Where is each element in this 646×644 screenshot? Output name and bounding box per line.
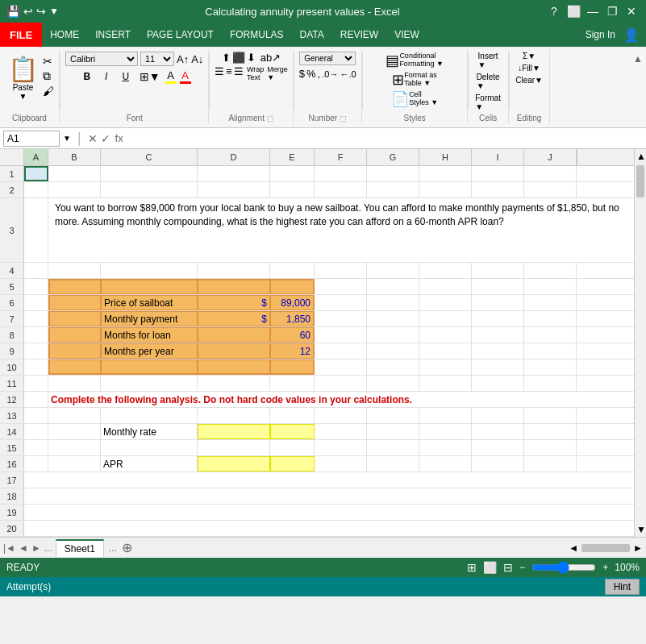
formulas-menu[interactable]: FORMULAS (222, 26, 292, 44)
cell-b10[interactable] (48, 359, 101, 375)
cell-b8[interactable] (48, 327, 101, 343)
cell-a4[interactable] (24, 263, 48, 278)
nav-next-arrow[interactable]: ► (31, 542, 41, 554)
file-menu[interactable]: FILE (0, 23, 42, 47)
cell-a14[interactable] (24, 424, 48, 439)
insert-function-icon[interactable]: fx (115, 132, 123, 144)
row-num-1[interactable]: 1 (0, 166, 24, 181)
cell-a6[interactable] (24, 295, 48, 310)
cell-c5[interactable] (101, 279, 198, 294)
col-header-d[interactable]: D (198, 149, 270, 165)
cell-f2[interactable] (315, 182, 367, 197)
cell-i1[interactable] (472, 166, 524, 181)
cell-instruction-12[interactable]: Complete the following analysis. Do not … (48, 392, 646, 407)
underline-button[interactable]: U (117, 69, 135, 85)
align-center-icon[interactable]: ≡ (226, 65, 232, 81)
cell-styles-button[interactable]: 📄 CellStyles ▼ (391, 90, 438, 108)
zoom-slider[interactable] (531, 561, 596, 574)
cancel-formula-icon[interactable]: ✕ (88, 132, 98, 145)
cell-h7[interactable] (419, 311, 472, 326)
cell-a12[interactable] (24, 392, 48, 407)
cell-c16[interactable]: APR (101, 456, 198, 472)
col-header-h[interactable]: H (419, 149, 472, 165)
cell-f6[interactable] (315, 295, 367, 310)
cell-h1[interactable] (419, 166, 472, 181)
cell-g9[interactable] (367, 343, 419, 359)
cell-d16[interactable] (198, 456, 270, 472)
col-header-e[interactable]: E (270, 149, 315, 165)
zoom-in-icon[interactable]: + (602, 562, 608, 573)
row-num-14[interactable]: 14 (0, 424, 24, 439)
cell-f16[interactable] (315, 456, 367, 472)
align-right-icon[interactable]: ☰ (234, 65, 244, 81)
cell-e4[interactable] (270, 263, 315, 278)
cell-a5[interactable] (24, 279, 48, 294)
cell-j1[interactable] (524, 166, 577, 181)
comma-icon[interactable]: , (318, 68, 321, 80)
col-header-j[interactable]: J (524, 149, 577, 165)
row-num-5[interactable]: 5 (0, 279, 24, 294)
cell-c6[interactable]: Price of sailboat (101, 295, 198, 310)
cell-d7[interactable]: $ (198, 311, 270, 326)
normal-view-icon[interactable]: ⊞ (467, 561, 477, 574)
cell-a16[interactable] (24, 456, 48, 472)
format-painter-icon[interactable]: 🖌 (43, 85, 54, 98)
cell-j16[interactable] (524, 456, 577, 472)
font-size-select[interactable]: 11 (140, 52, 174, 66)
cell-f7[interactable] (315, 311, 367, 326)
cell-j14[interactable] (524, 424, 577, 439)
row-num-16[interactable]: 16 (0, 456, 24, 472)
row-num-3[interactable]: 3 (0, 198, 24, 262)
col-header-i[interactable]: I (472, 149, 524, 165)
row-num-18[interactable]: 18 (0, 488, 24, 504)
cell-g16[interactable] (367, 456, 419, 472)
col-header-a[interactable]: A (24, 149, 48, 165)
cell-e2[interactable] (270, 182, 315, 197)
cell-g7[interactable] (367, 311, 419, 326)
cell-d6[interactable]: $ (198, 295, 270, 310)
insert-cells-button[interactable]: Insert▼ (478, 52, 498, 69)
angle-text-icon[interactable]: ab↗ (260, 52, 281, 64)
row-num-15[interactable]: 15 (0, 440, 24, 455)
cell-g14[interactable] (367, 424, 419, 439)
sheet-tab-ellipsis[interactable]: ... (107, 541, 119, 555)
cell-a9[interactable] (24, 343, 48, 359)
page-layout-menu[interactable]: PAGE LAYOUT (139, 26, 222, 44)
maximize-icon[interactable]: ❐ (604, 5, 620, 18)
row-num-8[interactable]: 8 (0, 327, 24, 343)
cell-e15[interactable] (270, 440, 315, 455)
align-middle-icon[interactable]: ⬛ (232, 52, 245, 64)
scroll-up-arrow[interactable]: ▲ (635, 149, 646, 164)
cell-f10[interactable] (315, 359, 367, 375)
format-as-table-button[interactable]: ⊞ Format asTable ▼ (392, 71, 437, 89)
cell-row17[interactable] (24, 472, 646, 488)
cell-d5[interactable] (198, 279, 270, 294)
cell-j13[interactable] (524, 408, 577, 423)
view-menu[interactable]: VIEW (386, 26, 427, 44)
cell-g5[interactable] (367, 279, 419, 294)
percent-icon[interactable]: % (306, 68, 316, 80)
cell-f9[interactable] (315, 343, 367, 359)
cell-f15[interactable] (315, 440, 367, 455)
hscroll-right[interactable]: ► (633, 542, 643, 554)
row-num-17[interactable]: 17 (0, 472, 24, 488)
cell-h4[interactable] (419, 263, 472, 278)
cell-row19[interactable] (24, 505, 646, 520)
cell-merged-b3-j3[interactable]: You want to borrow $89,000 from your loc… (48, 198, 646, 262)
cell-g15[interactable] (367, 440, 419, 455)
cell-a7[interactable] (24, 311, 48, 326)
cell-c2[interactable] (101, 182, 198, 197)
copy-icon[interactable]: ⧉ (43, 69, 54, 83)
cell-f5[interactable] (315, 279, 367, 294)
col-header-f[interactable]: F (315, 149, 367, 165)
sum-button[interactable]: Σ▼ (523, 52, 536, 60)
row-num-13[interactable]: 13 (0, 408, 24, 423)
cell-d14[interactable] (198, 424, 270, 439)
cell-j11[interactable] (524, 376, 577, 391)
cell-a8[interactable] (24, 327, 48, 343)
row-num-7[interactable]: 7 (0, 311, 24, 326)
cell-b9[interactable] (48, 343, 101, 359)
cell-i13[interactable] (472, 408, 524, 423)
cell-i16[interactable] (472, 456, 524, 472)
accounting-icon[interactable]: $ (299, 68, 305, 80)
